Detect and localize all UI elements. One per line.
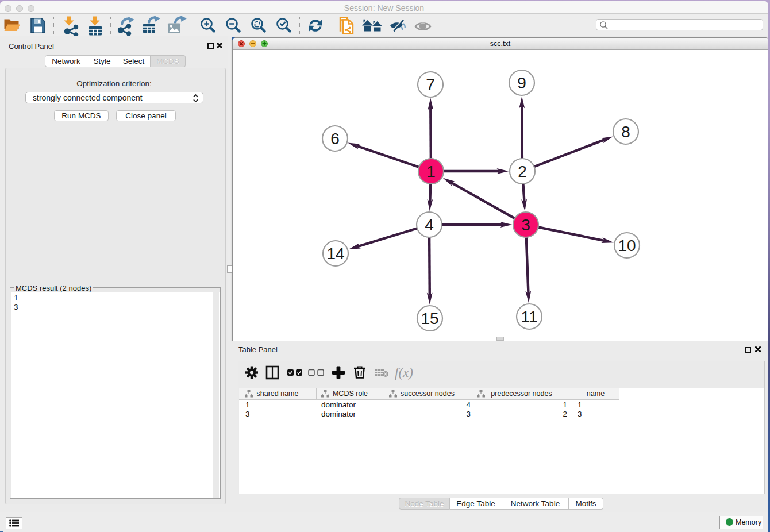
svg-text:6: 6 (330, 130, 340, 148)
svg-text:11: 11 (521, 308, 537, 326)
svg-text:15: 15 (421, 310, 438, 327)
svg-text:9: 9 (517, 74, 526, 92)
svg-text:14: 14 (326, 245, 344, 263)
svg-text:8: 8 (621, 123, 630, 141)
svg-text:2: 2 (518, 163, 527, 180)
svg-text:f(x): f(x) (395, 365, 413, 380)
svg-text:3: 3 (521, 216, 530, 234)
svg-text:1: 1 (426, 163, 436, 180)
svg-text:4: 4 (425, 216, 434, 234)
svg-text:7: 7 (426, 76, 435, 94)
svg-text:10: 10 (618, 237, 636, 255)
